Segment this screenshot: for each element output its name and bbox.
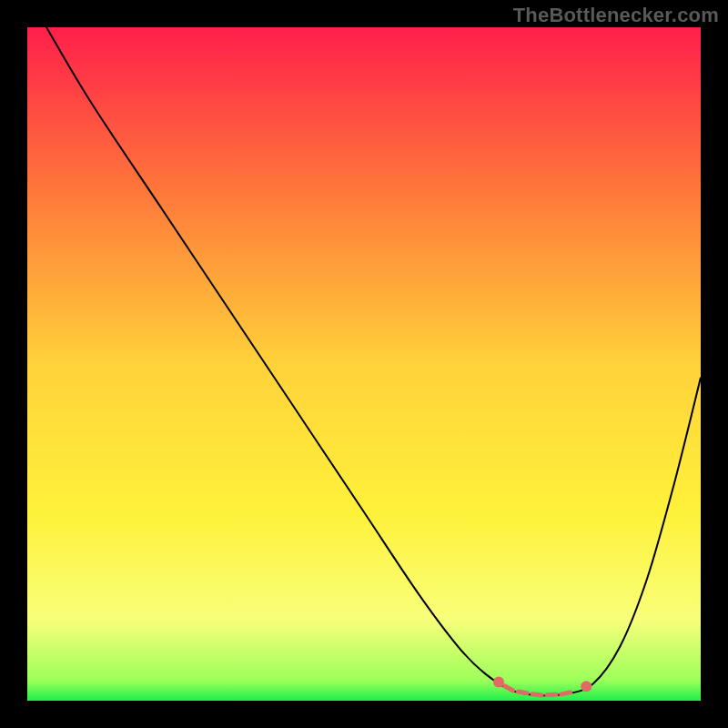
svg-line-6	[561, 693, 571, 694]
svg-line-4	[532, 694, 541, 695]
gradient-bg	[27, 27, 701, 701]
svg-line-5	[547, 694, 556, 695]
svg-point-1	[581, 681, 592, 692]
bottleneck-chart	[27, 27, 701, 701]
svg-point-0	[493, 677, 504, 688]
svg-line-3	[518, 692, 527, 693]
watermark-text: TheBottlenecker.com	[513, 4, 719, 27]
